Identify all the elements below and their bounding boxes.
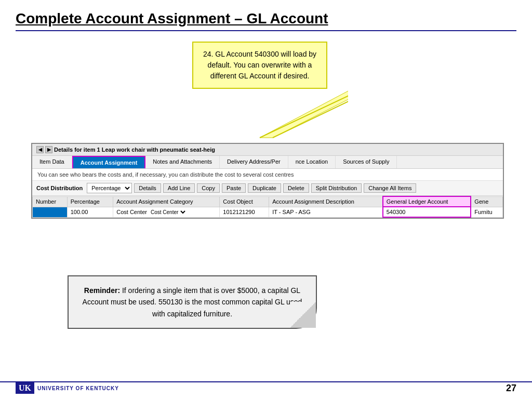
copy-btn[interactable]: Copy bbox=[197, 183, 220, 193]
details-btn[interactable]: Details bbox=[134, 183, 161, 193]
callout-text: 24. GL Account 540300 will load by defau… bbox=[203, 50, 316, 80]
cost-distribution-label: Cost Distribution bbox=[36, 185, 83, 191]
col-cost-object: Cost Object bbox=[220, 196, 269, 207]
col-number: Number bbox=[33, 196, 68, 207]
cell-cost-object: 1012121290 bbox=[220, 207, 269, 217]
table-header-row: Number Percentage Account Assignment Cat… bbox=[33, 196, 503, 207]
sap-header: ◀ ▶ Details for item 1 Leap work chair w… bbox=[32, 144, 503, 156]
sap-table: Number Percentage Account Assignment Cat… bbox=[32, 196, 503, 218]
col-gl-account: General Ledger Account bbox=[383, 196, 471, 207]
cell-percentage: 100.00 bbox=[67, 207, 113, 217]
table-row: 0001 100.00 Cost Center Cost Center 1012… bbox=[33, 207, 503, 217]
tab-account-assignment[interactable]: Account Assignment bbox=[72, 156, 146, 168]
duplicate-btn[interactable]: Duplicate bbox=[248, 183, 281, 193]
cell-number[interactable]: 0001 bbox=[33, 207, 68, 217]
tab-item-data[interactable]: Item Data bbox=[32, 156, 72, 168]
cell-category: Cost Center Cost Center bbox=[113, 207, 220, 217]
sap-tabs: Item Data Account Assignment Notes and A… bbox=[32, 156, 503, 169]
sap-toolbar: Cost Distribution Percentage Details Add… bbox=[32, 181, 503, 196]
col-extra: Gene bbox=[471, 196, 502, 207]
delete-btn[interactable]: Delete bbox=[283, 183, 309, 193]
change-all-items-btn[interactable]: Change All Items bbox=[364, 183, 416, 193]
page-number: 27 bbox=[506, 383, 516, 394]
col-description: Account Assignment Description bbox=[269, 196, 383, 207]
nav-back-btn[interactable]: ◀ bbox=[36, 146, 44, 153]
tab-nce-location[interactable]: nce Location bbox=[288, 156, 336, 168]
cell-description: IT - SAP - ASG bbox=[269, 207, 383, 217]
sap-screen: ◀ ▶ Details for item 1 Leap work chair w… bbox=[31, 143, 504, 219]
nav-forward-btn[interactable]: ▶ bbox=[45, 146, 52, 153]
uk-university-text: University of Kentucky bbox=[37, 385, 119, 391]
sap-info-text: You can see who bears the costs and, if … bbox=[32, 169, 503, 181]
category-dropdown[interactable]: Cost Center bbox=[149, 209, 187, 216]
reminder-box: Reminder: If ordering a single item that… bbox=[68, 275, 317, 329]
cell-gl-account: 540300 bbox=[383, 207, 471, 217]
tab-delivery-address[interactable]: Delivery Address/Per bbox=[220, 156, 288, 168]
uk-badge: UK bbox=[16, 382, 34, 394]
sap-header-text: Details for item 1 Leap work chair with … bbox=[54, 147, 215, 153]
tab-sources-supply[interactable]: Sources of Supply bbox=[336, 156, 397, 168]
paste-btn[interactable]: Paste bbox=[222, 183, 246, 193]
percentage-dropdown[interactable]: Percentage bbox=[87, 183, 132, 193]
uk-logo: UK University of Kentucky bbox=[16, 382, 119, 394]
footer: UK University of Kentucky 27 bbox=[0, 381, 532, 394]
reminder-bold: Reminder: bbox=[84, 286, 120, 295]
col-account-assignment-category: Account Assignment Category bbox=[113, 196, 220, 207]
tab-notes-attachments[interactable]: Notes and Attachments bbox=[145, 156, 220, 168]
cell-extra: Furnitu bbox=[471, 207, 502, 217]
page: Complete Account Assignment – GL Account… bbox=[0, 0, 532, 399]
col-percentage: Percentage bbox=[67, 196, 113, 207]
callout-box: 24. GL Account 540300 will load by defau… bbox=[192, 42, 327, 89]
split-distribution-btn[interactable]: Split Distribution bbox=[311, 183, 362, 193]
add-line-btn[interactable]: Add Line bbox=[163, 183, 195, 193]
page-title: Complete Account Assignment – GL Account bbox=[16, 10, 516, 31]
